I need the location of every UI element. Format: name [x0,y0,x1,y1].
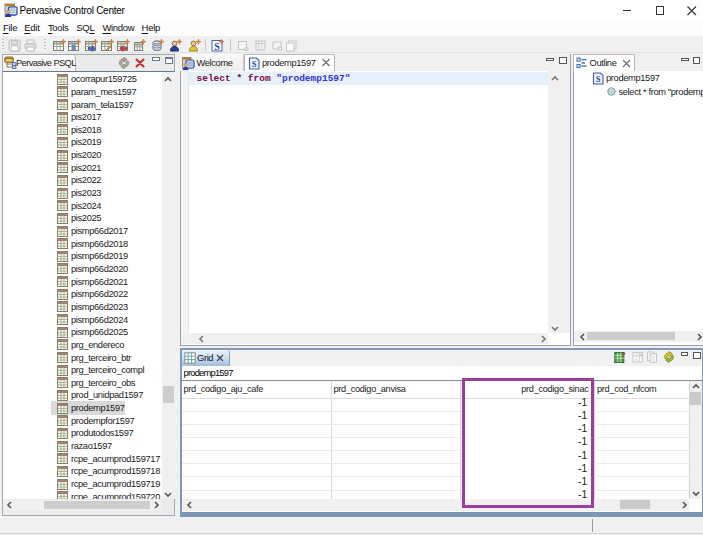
svg-text:S: S [595,74,600,84]
svg-text:S: S [214,40,220,51]
svg-text:S: S [251,59,256,69]
